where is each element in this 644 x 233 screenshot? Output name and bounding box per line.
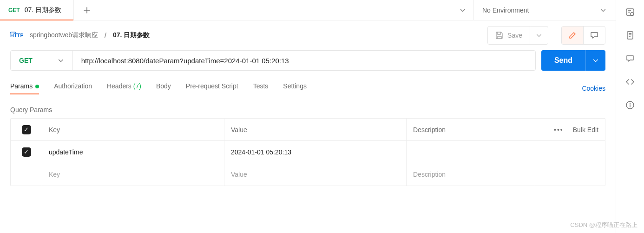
more-icon[interactable]: ••• [554,126,564,133]
check-all[interactable]: ✓ [22,125,31,134]
header-value: Value [224,119,407,140]
environment-selector[interactable]: No Environment [473,0,616,20]
new-tab-button[interactable] [74,0,100,20]
tab-params[interactable]: Params [10,82,39,94]
send-group: Send [541,50,605,71]
request-tabs: Params Authorization Headers (7) Body Pr… [0,79,616,98]
method-selector[interactable]: GET [11,51,73,70]
save-button-group: Save [487,26,548,45]
params-row: ✓ updateTime 2024-01-01 05:20:13 [11,141,605,163]
tab-body[interactable]: Body [156,82,171,94]
row-actions [535,141,605,163]
save-dropdown[interactable] [530,27,548,44]
tab-bar: GET 07. 日期参数 No Environment [0,0,616,20]
watermark: CSDN @程序喵正在路上 [570,221,637,229]
environment-quicklook-icon[interactable] [625,7,635,17]
breadcrumb-request: 07. 日期参数 [113,31,150,40]
save-label: Save [507,32,522,39]
row-check-cell[interactable]: ✓ [11,141,42,163]
pencil-icon [568,31,577,40]
tab-method: GET [8,7,20,13]
http-icon: HTTP [10,31,23,40]
row-checkbox[interactable]: ✓ [22,147,31,157]
breadcrumb-separator: / [105,32,106,39]
params-table: ✓ Key Value Description ••• Bulk Edit ✓ … [10,118,605,186]
header-actions: ••• Bulk Edit [535,119,605,140]
svg-point-2 [631,13,633,15]
info-icon[interactable] [625,100,635,110]
save-icon [495,31,504,40]
right-sidebar [616,0,644,233]
bulk-edit-link[interactable]: Bulk Edit [573,126,598,133]
documentation-icon[interactable] [625,31,635,40]
tab-prerequest[interactable]: Pre-request Script [186,82,238,94]
send-button[interactable]: Send [541,50,585,71]
params-changed-dot [35,85,39,88]
cookies-link[interactable]: Cookies [582,85,605,92]
method-label: GET [19,57,33,64]
headers-count: (7) [133,82,141,90]
empty-value[interactable]: Value [224,163,407,186]
url-row: GET Send [0,50,616,79]
params-header-row: ✓ Key Value Description ••• Bulk Edit [11,119,605,141]
svg-rect-3 [627,32,633,39]
svg-point-5 [630,103,631,104]
chevron-down-icon [600,7,606,13]
chevron-down-icon [592,57,599,64]
tab-title: 07. 日期参数 [25,6,61,14]
tab-headers[interactable]: Headers (7) [107,82,141,94]
code-icon[interactable] [625,77,635,87]
send-dropdown[interactable] [585,50,605,71]
svg-text:HTTP: HTTP [10,33,23,38]
comment-icon-button[interactable] [584,27,605,44]
tab-settings[interactable]: Settings [283,82,307,94]
tab-authorization[interactable]: Authorization [54,82,92,94]
environment-label: No Environment [482,7,529,14]
breadcrumb-collection[interactable]: springbootweb请求响应 [30,31,98,40]
url-box: GET [10,50,536,71]
header-check-cell[interactable]: ✓ [11,119,42,140]
row-desc[interactable] [407,141,535,163]
tab-tests[interactable]: Tests [253,82,269,94]
tab-overflow-dropdown[interactable] [452,0,473,20]
empty-check-cell [11,163,42,186]
row-value[interactable]: 2024-01-01 05:20:13 [224,141,407,163]
chevron-down-icon [536,32,542,39]
header-key: Key [42,119,224,140]
edit-icon-button[interactable] [562,27,584,44]
row-key[interactable]: updateTime [42,141,224,163]
empty-desc[interactable]: Description [407,163,535,186]
tab-request[interactable]: GET 07. 日期参数 [0,0,74,20]
params-empty-row: Key Value Description [11,163,605,186]
url-input[interactable] [73,51,535,70]
empty-key[interactable]: Key [42,163,224,186]
header-desc: Description [407,119,535,140]
chevron-down-icon [58,57,64,64]
view-toggle-group [561,26,605,45]
breadcrumb-row: HTTP springbootweb请求响应 / 07. 日期参数 Save [0,20,616,50]
comments-icon[interactable] [625,54,635,63]
comment-icon [590,31,598,40]
query-params-title: Query Params [0,98,616,118]
save-button[interactable]: Save [488,27,530,44]
